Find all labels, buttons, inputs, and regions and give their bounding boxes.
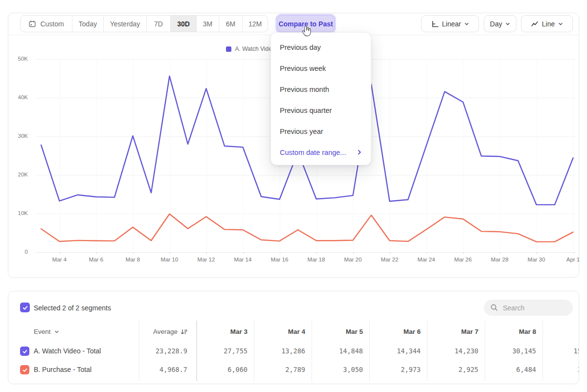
menu-item-previous-quarter[interactable]: Previous quarter: [271, 100, 371, 121]
menu-item-previous-week[interactable]: Previous week: [271, 58, 371, 79]
column-separator: [485, 321, 485, 381]
date-column-header-clipped: M: [556, 328, 579, 335]
date-column-header: Mar 8: [492, 328, 536, 335]
compare-to-past-menu: Previous dayPrevious weekPrevious monthP…: [271, 32, 371, 165]
search-input[interactable]: [503, 304, 566, 312]
menu-item-custom-date-range[interactable]: Custom date range...: [271, 142, 371, 163]
segment-row-checkbox[interactable]: [20, 365, 29, 374]
segment-row-checkbox[interactable]: [20, 347, 29, 356]
menu-item-label: Previous week: [280, 65, 326, 72]
sort-descending-icon: [181, 328, 187, 335]
date-column-header: Mar 7: [434, 328, 478, 335]
column-separator: [427, 321, 428, 381]
search-box[interactable]: [484, 300, 573, 316]
event-column-header[interactable]: Event: [34, 328, 59, 335]
menu-item-label: Previous month: [280, 86, 329, 93]
value-cell: 2,789: [256, 366, 305, 373]
menu-item-previous-year[interactable]: Previous year: [271, 121, 371, 142]
analytics-report-page: CustomTodayYesterday7D30D3M6M12M Compare…: [0, 0, 587, 392]
column-separator: [312, 321, 312, 381]
select-all-segments-checkbox[interactable]: [20, 303, 30, 312]
value-cell: 14,230: [429, 347, 478, 355]
value-cell: 13,286: [256, 347, 305, 355]
date-column-header: Mar 6: [377, 328, 421, 335]
menu-item-label: Previous year: [280, 128, 323, 135]
value-cell: 6,484: [487, 366, 536, 373]
menu-item-previous-day[interactable]: Previous day: [271, 37, 371, 58]
search-icon: [490, 304, 498, 312]
chevron-down-icon: [54, 329, 59, 334]
checkmark-icon: [22, 305, 28, 311]
value-cell: 3,050: [314, 366, 363, 373]
column-separator: [196, 321, 197, 381]
average-column-header[interactable]: Average: [124, 328, 187, 335]
checkmark-icon: [22, 348, 28, 354]
checkmark-icon: [22, 367, 28, 373]
event-header-label: Event: [34, 328, 51, 335]
menu-item-label: Custom date range...: [280, 149, 346, 156]
average-cell: 4,968.7: [124, 366, 187, 373]
value-cell: 2,925: [429, 366, 478, 373]
selected-segments-label: Selected 2 of 2 segments: [34, 304, 111, 312]
series-line-purchase: [41, 214, 573, 242]
average-header-label: Average: [153, 328, 178, 335]
column-separator: [369, 321, 370, 381]
value-cell: 2,973: [372, 366, 421, 373]
chevron-right-icon: [357, 150, 362, 155]
date-column-header: Mar 4: [261, 328, 305, 335]
menu-item-previous-month[interactable]: Previous month: [271, 79, 371, 100]
segments-table-card: Selected 2 of 2 segments EventAverageMar…: [8, 291, 579, 384]
value-cell-clipped: 3,: [556, 366, 579, 373]
date-column-header: Mar 5: [319, 328, 363, 335]
menu-item-label: Previous quarter: [280, 107, 332, 114]
value-cell: 30,145: [487, 347, 536, 355]
value-cell: 27,755: [199, 347, 248, 355]
menu-item-label: Previous day: [280, 44, 321, 51]
value-cell: 14,344: [372, 347, 421, 355]
segment-row-label: A. Watch Video - Total: [34, 347, 101, 355]
average-cell: 23,228.9: [124, 347, 187, 355]
value-cell-clipped: 15,: [556, 347, 579, 355]
date-column-header: Mar 3: [203, 328, 248, 335]
column-separator: [542, 321, 543, 381]
value-cell: 14,848: [314, 347, 363, 355]
column-separator: [254, 321, 254, 381]
segment-row-label: B. Purchase - Total: [34, 366, 91, 373]
value-cell: 6,060: [199, 366, 248, 373]
